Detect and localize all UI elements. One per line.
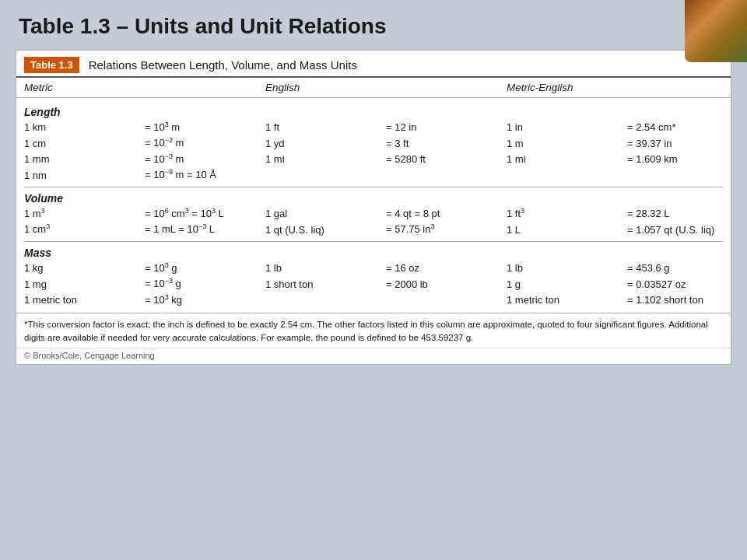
cell: 1 kg (24, 261, 145, 276)
cell: = 2000 lb (386, 277, 507, 292)
divider (24, 187, 723, 187)
cell: 1 mi (265, 152, 386, 167)
footnote-area: *This conversion factor is exact; the in… (16, 313, 731, 347)
table-row: 1 km = 103 m 1 ft = 12 in 1 in = 2.54 cm… (24, 120, 723, 135)
cell: 1 g (507, 277, 627, 292)
corner-image (685, 0, 747, 62)
cell: 1 mg (24, 277, 145, 292)
cell: 1 m3 (24, 206, 145, 222)
table-body: Length 1 km = 103 m 1 ft = 12 in 1 in = … (16, 98, 731, 313)
cell: 1 L (507, 222, 627, 238)
column-headers: Metric English Metric-English (16, 78, 731, 98)
main-table: Table 1.3 Relations Between Length, Volu… (16, 50, 731, 365)
table-row: 1 metric ton = 103 kg 1 metric ton = 1.1… (24, 292, 723, 308)
cell: = 10−2 m (145, 135, 265, 151)
divider (24, 241, 723, 242)
table-badge: Table 1.3 (24, 57, 79, 73)
col-english: English (265, 82, 507, 93)
cell: = 453.6 g (627, 261, 723, 276)
cell: = 12 in (386, 120, 507, 135)
cell: 1 lb (507, 261, 627, 276)
cell: 1 qt (U.S. liq) (265, 222, 386, 238)
cell: 1 ft (265, 120, 386, 135)
section-volume: Volume (24, 192, 723, 205)
cell: 1 mm (24, 152, 145, 167)
cell: = 1 mL = 10−3 L (145, 222, 265, 237)
section-mass: Mass (24, 247, 723, 259)
cell: = 2.54 cm* (627, 120, 723, 135)
table-row: 1 m3 = 106 cm3 = 103 L 1 gal = 4 qt = 8 … (24, 206, 723, 222)
table-header-title: Relations Between Length, Volume, and Ma… (89, 58, 357, 72)
cell: 1 ft3 (507, 206, 627, 222)
cell: 1 nm (24, 168, 145, 184)
cell: 1 mi (507, 152, 627, 167)
cell: 1 yd (265, 136, 386, 152)
cell: 1 metric ton (24, 292, 145, 308)
col-metric: Metric (24, 82, 265, 93)
cell: 1 in (507, 120, 627, 135)
cell: 1 short ton (265, 277, 386, 292)
cell: = 0.03527 oz (627, 277, 723, 292)
section-length: Length (24, 106, 723, 118)
cell: = 16 oz (386, 261, 507, 276)
cell: = 10−9 m = 10 Å (145, 167, 265, 183)
table-row: 1 cm3 = 1 mL = 10−3 L 1 qt (U.S. liq) = … (24, 222, 723, 237)
cell: = 4 qt = 8 pt (386, 206, 507, 222)
cell: = 10−3 g (145, 276, 265, 292)
cell: = 39.37 in (627, 136, 723, 152)
cell: 1 lb (265, 261, 386, 276)
cell: 1 cm (24, 136, 145, 152)
cell: = 106 cm3 = 103 L (145, 206, 265, 222)
table-row: 1 kg = 103 g 1 lb = 16 oz 1 lb = 453.6 g (24, 261, 723, 276)
cell: = 10−3 m (145, 152, 265, 167)
cell: = 1.102 short ton (627, 292, 723, 308)
cell: = 57.75 in3 (386, 222, 507, 237)
cell: 1 gal (265, 206, 386, 222)
table-row: 1 mg = 10−3 g 1 short ton = 2000 lb 1 g … (24, 276, 723, 292)
cell: = 3 ft (386, 136, 507, 152)
page-container: Table 1.3 – Units and Unit Relations Tab… (0, 0, 747, 560)
cell: 1 m (507, 136, 627, 152)
cell: 1 cm3 (24, 222, 145, 237)
cell: = 103 m (145, 120, 265, 135)
table-row: 1 mm = 10−3 m 1 mi = 5280 ft 1 mi = 1.60… (24, 152, 723, 167)
footnote-text: *This conversion factor is exact; the in… (24, 320, 708, 342)
page-title: Table 1.3 – Units and Unit Relations (16, 14, 731, 39)
table-row: 1 cm = 10−2 m 1 yd = 3 ft 1 m = 39.37 in (24, 135, 723, 151)
table-row: 1 nm = 10−9 m = 10 Å (24, 167, 723, 183)
cell: = 103 kg (145, 292, 265, 308)
cell: = 28.32 L (627, 206, 723, 222)
cell: = 103 g (145, 261, 265, 276)
col-metric-english: Metric-English (507, 82, 723, 93)
cell: = 5280 ft (386, 152, 507, 167)
cell: = 1.609 km (627, 152, 723, 167)
cell: 1 metric ton (507, 292, 627, 308)
cell: = 1.057 qt (U.S. liq) (627, 222, 723, 238)
table-header-row: Table 1.3 Relations Between Length, Volu… (16, 51, 731, 78)
cell: 1 km (24, 120, 145, 135)
copyright: © Brooks/Cole, Cengage Learning (16, 348, 731, 364)
